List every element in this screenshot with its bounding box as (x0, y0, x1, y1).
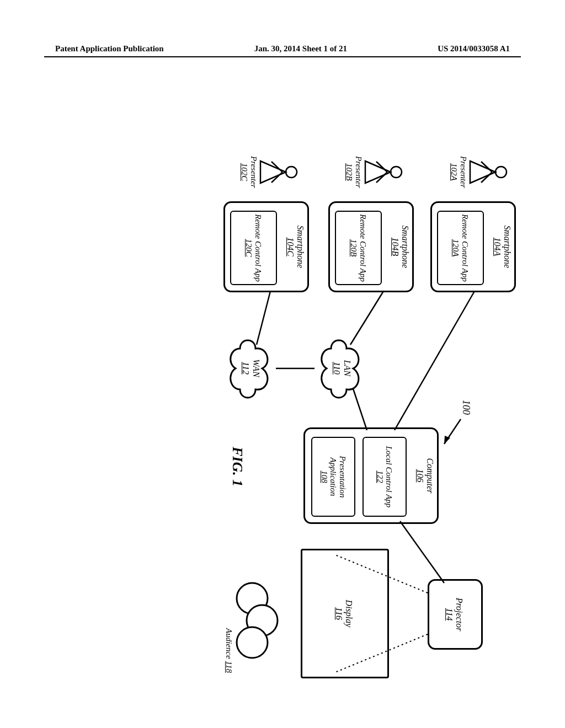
presenter-label: Presenter 102B (345, 156, 363, 188)
device-title: Smartphone (400, 226, 410, 268)
system-reference: 100 (460, 400, 472, 415)
cloud-label: LAN 110 (332, 360, 353, 376)
device-id: 104B (390, 238, 400, 256)
local-control-app: Local Control App 122 (363, 437, 407, 517)
projector-block: Projector 114 (428, 579, 483, 650)
device-title: Smartphone (295, 226, 305, 268)
person-icon (469, 158, 508, 186)
presenter-c: Presenter 102C (240, 156, 298, 188)
lan-cloud: LAN 110 (315, 336, 370, 400)
presenter-b: Presenter 102B (345, 156, 403, 188)
display-block: Display 116 (301, 549, 389, 678)
smartphone-c: Smartphone 104C Remote Control App 120C (223, 201, 309, 292)
remote-control-app-b: Remote Control App 120B (335, 211, 382, 285)
header-rule (44, 56, 521, 57)
header-center: Jan. 30, 2014 Sheet 1 of 21 (254, 44, 347, 53)
device-id: 104A (492, 238, 502, 256)
audience-group: Audience 118 (225, 574, 279, 667)
presenter-a: Presenter 102A (450, 156, 508, 188)
surface-title: Display (344, 600, 354, 628)
presentation-application: Presentation Application 108 (311, 437, 355, 517)
wan-cloud: WAN 112 (223, 336, 279, 400)
device-id: 104C (285, 237, 295, 256)
header-left: Patent Application Publication (55, 44, 164, 53)
remote-control-app-a: Remote Control App 120A (437, 211, 484, 285)
audience-icon (234, 579, 279, 662)
computer-block: Computer 106 Local Control App 122 Prese… (303, 427, 439, 524)
device-title: Projector (454, 598, 464, 631)
figure-1-diagram: 100 Presenter 102A Presenter 102B (3, 168, 555, 582)
smartphone-a: Smartphone 104A Remote Control App 120A (430, 201, 516, 292)
presenter-label: Presenter 102A (450, 156, 468, 188)
device-title: Smartphone (502, 226, 512, 268)
person-icon (364, 158, 403, 186)
device-id: 114 (444, 608, 454, 621)
presenter-label: Presenter 102C (240, 156, 258, 188)
device-title: Computer (425, 458, 435, 494)
svg-line-5 (400, 521, 444, 583)
header-right: US 2014/0033058 A1 (438, 44, 510, 53)
device-id: 106 (415, 469, 425, 483)
audience-label: Audience 118 (225, 628, 234, 673)
page-header: Patent Application Publication Jan. 30, … (0, 44, 565, 53)
cloud-label: WAN 112 (241, 359, 262, 377)
person-icon (259, 158, 298, 186)
svg-point-21 (237, 627, 268, 658)
surface-id: 116 (334, 607, 344, 620)
smartphone-b: Smartphone 104B Remote Control App 120B (328, 201, 414, 292)
remote-control-app-c: Remote Control App 120C (230, 211, 277, 285)
figure-caption: FIG. 1 (229, 447, 246, 486)
